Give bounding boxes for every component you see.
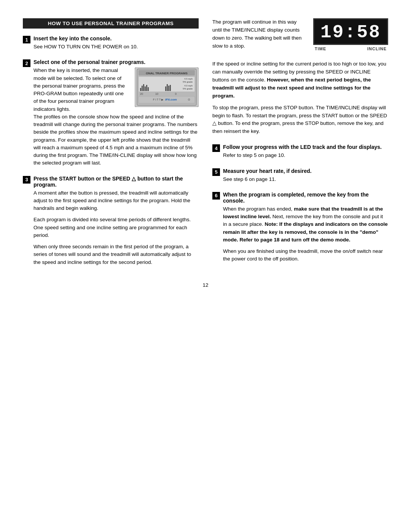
step-5-number: 5 bbox=[212, 168, 220, 176]
svg-rect-8 bbox=[145, 86, 146, 91]
svg-text:4.5 mph: 4.5 mph bbox=[184, 78, 193, 80]
svg-text:F I T T  ▶: F I T T ▶ bbox=[153, 98, 164, 101]
step-3-title: Press the START button or the SPEED △ bu… bbox=[33, 176, 199, 188]
svg-rect-12 bbox=[167, 84, 168, 91]
step-6: 6 When the program is completed, remove … bbox=[212, 192, 388, 263]
step-3-body3: When only three seconds remain in the fi… bbox=[33, 243, 199, 266]
led-digits: 19:58 bbox=[320, 23, 381, 42]
svg-text:IFit.com: IFit.com bbox=[165, 98, 177, 101]
step-1-content: Insert the key into the console. See HOW… bbox=[33, 35, 199, 51]
led-display-container: 19:58 TIME INCLINE bbox=[313, 18, 388, 51]
header-bar: HOW TO USE PERSONAL TRAINER PROGRAMS bbox=[23, 18, 199, 29]
svg-text:4.0 mph: 4.0 mph bbox=[184, 85, 193, 87]
override-text: If the speed or incline setting for the … bbox=[212, 60, 388, 100]
step-1-title: Insert the key into the console. bbox=[33, 35, 199, 42]
step-6-number: 6 bbox=[212, 192, 220, 200]
svg-rect-11 bbox=[165, 86, 166, 91]
svg-text:10: 10 bbox=[155, 93, 158, 95]
step-1: 1 Insert the key into the console. See H… bbox=[23, 35, 199, 51]
step-4-content: Follow your progress with the LED track … bbox=[223, 144, 388, 159]
svg-text:ONAL TRAINER PROGRAMS: ONAL TRAINER PROGRAMS bbox=[146, 72, 188, 75]
step-2-title: Select one of the personal trainer progr… bbox=[33, 59, 199, 65]
page: HOW TO USE PERSONAL TRAINER PROGRAMS 1 I… bbox=[0, 0, 411, 532]
step-2-number: 2 bbox=[23, 59, 30, 67]
svg-rect-14 bbox=[170, 85, 171, 91]
svg-rect-10 bbox=[148, 87, 149, 91]
step-3-content: Press the START button or the SPEED △ bu… bbox=[33, 176, 199, 266]
step-3-body1: A moment after the button is pressed, th… bbox=[33, 189, 199, 212]
svg-rect-7 bbox=[143, 84, 144, 91]
step-3: 3 Press the START button or the SPEED △ … bbox=[23, 176, 199, 266]
step-2-content: Select one of the personal trainer progr… bbox=[33, 59, 199, 167]
step-1-number: 1 bbox=[23, 36, 30, 43]
right-column: 19:58 TIME INCLINE The program will cont… bbox=[212, 18, 388, 270]
header-title: HOW TO USE PERSONAL TRAINER PROGRAMS bbox=[48, 21, 174, 26]
step-4-number: 4 bbox=[212, 144, 220, 152]
svg-rect-6 bbox=[142, 86, 143, 91]
svg-text:O: O bbox=[188, 98, 190, 101]
step-6-content: When the program is completed, remove th… bbox=[223, 192, 388, 263]
step-5: 5 Measure your heart rate, if desired. S… bbox=[212, 168, 388, 183]
step-2-body2: The profiles on the console show how the… bbox=[33, 113, 199, 167]
svg-text:5% grade: 5% grade bbox=[183, 88, 193, 90]
step-2: 2 Select one of the personal trainer pro… bbox=[23, 59, 199, 167]
stop-text: To stop the program, press the STOP butt… bbox=[212, 104, 388, 136]
step-6-body2: When you are finished using the treadmil… bbox=[223, 248, 388, 263]
svg-rect-13 bbox=[168, 86, 169, 91]
led-display: 19:58 bbox=[313, 18, 388, 45]
led-label-incline: INCLINE bbox=[367, 46, 387, 51]
step-3-number: 3 bbox=[23, 176, 30, 184]
left-column: HOW TO USE PERSONAL TRAINER PROGRAMS 1 I… bbox=[23, 18, 199, 270]
step-6-body1: When the program has ended, make sure th… bbox=[223, 205, 388, 244]
svg-text:20: 20 bbox=[140, 93, 143, 95]
step-1-body: See HOW TO TURN ON THE POWER on 10. bbox=[33, 43, 199, 51]
step-4: 4 Follow your progress with the LED trac… bbox=[212, 144, 388, 159]
step-3-body2: Each program is divided into several tim… bbox=[33, 216, 199, 239]
console-diagram: ONAL TRAINER PROGRAMS bbox=[135, 67, 199, 107]
step-5-body: See step 6 on page 11. bbox=[223, 176, 388, 183]
svg-text:0: 0 bbox=[175, 93, 177, 95]
step-4-title: Follow your progress with the LED track … bbox=[223, 144, 388, 150]
svg-rect-5 bbox=[140, 88, 141, 91]
step-5-title: Measure your heart rate, if desired. bbox=[223, 168, 388, 174]
step-6-title: When the program is completed, remove th… bbox=[223, 192, 388, 204]
step-5-content: Measure your heart rate, if desired. See… bbox=[223, 168, 388, 183]
led-label-time: TIME bbox=[315, 46, 326, 51]
step-4-body: Refer to step 5 on page 10. bbox=[223, 152, 388, 159]
svg-text:5% grade: 5% grade bbox=[183, 81, 193, 83]
page-number: 12 bbox=[23, 282, 388, 288]
svg-rect-9 bbox=[146, 85, 147, 91]
